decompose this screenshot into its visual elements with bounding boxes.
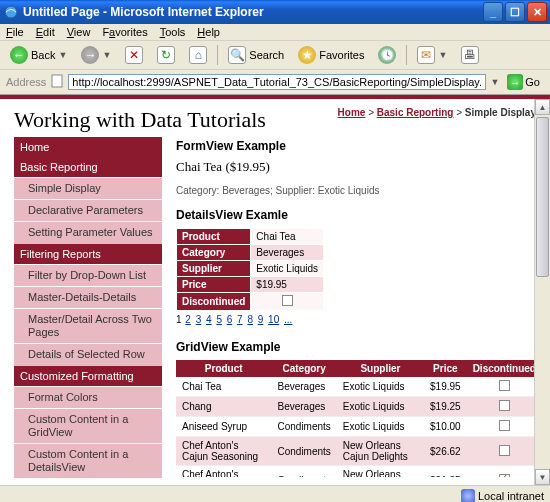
breadcrumb: Home > Basic Reporting > Simple Display xyxy=(338,107,536,118)
detailsview-pager: 1 2 3 4 5 6 7 8 9 10 ... xyxy=(176,311,542,328)
sidebar-item[interactable]: Basic Reporting xyxy=(14,157,162,177)
scroll-down-button[interactable]: ▼ xyxy=(535,469,550,485)
menu-edit[interactable]: Edit xyxy=(36,26,55,38)
checkbox-icon xyxy=(499,445,510,456)
pager-link[interactable]: 9 xyxy=(258,314,264,325)
print-button[interactable]: 🖶 xyxy=(457,44,483,66)
dv-header: Product xyxy=(177,229,251,245)
pager-link[interactable]: 7 xyxy=(237,314,243,325)
search-button[interactable]: 🔍Search xyxy=(224,44,288,66)
sidebar-item[interactable]: Home xyxy=(14,137,162,157)
menubar: File Edit View Favorites Tools Help xyxy=(0,24,550,41)
crumb-current: Simple Display xyxy=(465,107,536,118)
menu-file[interactable]: File xyxy=(6,26,24,38)
address-dropdown[interactable]: ▼ xyxy=(490,77,499,87)
forward-button[interactable]: →▼ xyxy=(77,44,115,66)
pager-link[interactable]: 5 xyxy=(216,314,222,325)
checkbox-icon xyxy=(499,400,510,411)
dv-cell: $19.95 xyxy=(251,277,324,293)
table-row: Chai TeaBeveragesExotic Liquids$19.95 xyxy=(176,377,542,397)
dv-cell xyxy=(251,293,324,311)
close-button[interactable]: ✕ xyxy=(527,2,547,22)
sidebar-item[interactable]: Declarative Parameters xyxy=(14,199,162,221)
window-title: Untitled Page - Microsoft Internet Explo… xyxy=(23,5,481,19)
sidebar-item[interactable]: Filter by Drop-Down List xyxy=(14,264,162,286)
detailsview-heading: DetailsView Examle xyxy=(176,208,542,222)
dv-cell: Chai Tea xyxy=(251,229,324,245)
gridview-table: ProductCategorySupplierPriceDiscontinued… xyxy=(176,360,542,477)
checkbox-icon xyxy=(499,474,510,478)
svg-rect-1 xyxy=(52,75,62,87)
home-button[interactable]: ⌂ xyxy=(185,44,211,66)
status-zone: Local intranet xyxy=(461,489,544,503)
menu-help[interactable]: Help xyxy=(197,26,220,38)
formview-meta: Category: Beverages; Supplier: Exotic Li… xyxy=(176,185,542,196)
checkbox-icon xyxy=(499,380,510,391)
formview-text: Chai Tea ($19.95) xyxy=(176,159,542,175)
pager-link[interactable]: ... xyxy=(284,314,292,325)
pager-link[interactable]: 6 xyxy=(227,314,233,325)
pager-link[interactable]: 8 xyxy=(247,314,253,325)
table-row: Aniseed SyrupCondimentsExotic Liquids$10… xyxy=(176,417,542,437)
dv-cell: Beverages xyxy=(251,245,324,261)
sidebar-item[interactable]: Simple Display xyxy=(14,177,162,199)
scroll-up-button[interactable]: ▲ xyxy=(535,99,550,115)
dv-cell: Exotic Liquids xyxy=(251,261,324,277)
mail-button[interactable]: ✉▼ xyxy=(413,44,451,66)
address-bar: Address ▼ →Go xyxy=(0,70,550,95)
maximize-button[interactable]: ☐ xyxy=(505,2,525,22)
dv-header: Category xyxy=(177,245,251,261)
zone-icon xyxy=(461,489,475,503)
pager-link[interactable]: 3 xyxy=(196,314,202,325)
ie-icon xyxy=(3,4,19,20)
pager-link[interactable]: 4 xyxy=(206,314,212,325)
sidebar-item[interactable]: Customized Formatting xyxy=(14,366,162,386)
favorites-button[interactable]: ★Favorites xyxy=(294,44,368,66)
page-content: Working with Data Tutorials Home > Basic… xyxy=(0,95,550,485)
toolbar: ←Back▼ →▼ ✕ ↻ ⌂ 🔍Search ★Favorites 🕓 ✉▼ … xyxy=(0,41,550,70)
sidebar-item[interactable]: Filtering Reports xyxy=(14,244,162,264)
detailsview-table: ProductChai TeaCategoryBeveragesSupplier… xyxy=(176,228,324,311)
gv-header[interactable]: Category xyxy=(271,360,336,377)
refresh-button[interactable]: ↻ xyxy=(153,44,179,66)
crumb-home[interactable]: Home xyxy=(338,107,366,118)
window-titlebar: Untitled Page - Microsoft Internet Explo… xyxy=(0,0,550,24)
pager-link[interactable]: 10 xyxy=(268,314,279,325)
back-button[interactable]: ←Back▼ xyxy=(6,44,71,66)
sidebar-item[interactable]: Custom Content in a GridView xyxy=(14,408,162,443)
gv-header[interactable]: Discontinued xyxy=(467,360,542,377)
svg-point-0 xyxy=(5,6,17,18)
stop-button[interactable]: ✕ xyxy=(121,44,147,66)
sidebar-item[interactable]: Format Colors xyxy=(14,386,162,408)
menu-favorites[interactable]: Favorites xyxy=(102,26,147,38)
pager-link[interactable]: 2 xyxy=(185,314,191,325)
status-bar: Local intranet xyxy=(0,485,550,502)
gv-header[interactable]: Product xyxy=(176,360,271,377)
sidebar-item[interactable]: Setting Parameter Values xyxy=(14,221,162,243)
sidebar-item[interactable]: Master-Details-Details xyxy=(14,286,162,308)
gridview-heading: GridView Example xyxy=(176,340,542,354)
page-title: Working with Data Tutorials xyxy=(14,107,266,133)
gv-header[interactable]: Price xyxy=(424,360,467,377)
main-content: FormView Example Chai Tea ($19.95) Categ… xyxy=(176,137,542,477)
dv-header: Discontinued xyxy=(177,293,251,311)
crumb-basic[interactable]: Basic Reporting xyxy=(377,107,454,118)
sidebar-item[interactable]: Custom Content in a DetailsView xyxy=(14,443,162,478)
sidebar-item[interactable]: Details of Selected Row xyxy=(14,343,162,365)
formview-heading: FormView Example xyxy=(176,139,542,153)
zone-text: Local intranet xyxy=(478,490,544,502)
go-button[interactable]: →Go xyxy=(503,73,544,91)
checkbox-icon xyxy=(282,295,293,306)
menu-tools[interactable]: Tools xyxy=(160,26,186,38)
table-row: ChangBeveragesExotic Liquids$19.25 xyxy=(176,397,542,417)
menu-view[interactable]: View xyxy=(67,26,91,38)
address-label: Address xyxy=(6,76,46,88)
scroll-thumb[interactable] xyxy=(536,117,549,277)
gv-header[interactable]: Supplier xyxy=(337,360,424,377)
minimize-button[interactable]: _ xyxy=(483,2,503,22)
sidebar-item[interactable]: Master/Detail Across Two Pages xyxy=(14,308,162,343)
dv-header: Price xyxy=(177,277,251,293)
address-input[interactable] xyxy=(68,74,486,90)
history-button[interactable]: 🕓 xyxy=(374,44,400,66)
vertical-scrollbar[interactable]: ▲ ▼ xyxy=(534,99,550,485)
